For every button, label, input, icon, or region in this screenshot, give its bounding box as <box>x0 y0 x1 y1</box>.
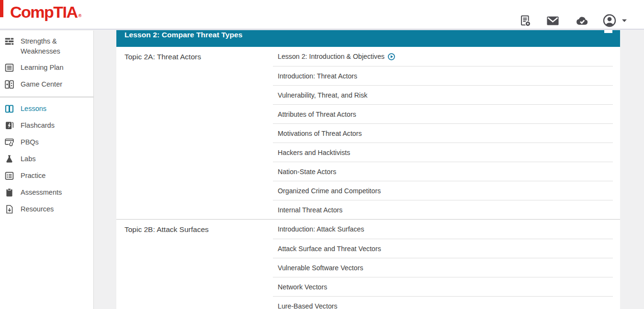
topic-title: Topic 2A: Threat Actors <box>124 53 268 61</box>
game-center-icon <box>4 79 14 89</box>
lesson-item-label: Organized Crime and Competitors <box>278 187 381 195</box>
lesson-item-row[interactable]: Motivations of Threat Actors <box>273 123 613 143</box>
sidebar-item-strengths-weaknesses[interactable]: Strengths & Weaknesses <box>0 33 93 59</box>
flashcards-icon <box>4 121 14 131</box>
sidebar-item-label: PBQs <box>21 137 39 147</box>
pbqs-icon <box>4 137 14 147</box>
practice-icon <box>4 171 14 181</box>
lesson-title: Lesson 2: Compare Threat Types <box>124 30 612 39</box>
top-header: CompTIA® <box>0 0 644 30</box>
lesson-item-row[interactable]: Network Vectors <box>273 277 613 296</box>
topic-left-column: Topic 2A: Threat Actors <box>116 47 273 219</box>
topic-title: Topic 2B: Attack Surfaces <box>124 225 268 234</box>
lesson-item-label: Network Vectors <box>278 283 327 291</box>
sidebar-item-label: Learning Plan <box>21 63 64 73</box>
lesson-item-row[interactable]: Attack Surface and Threat Vectors <box>273 239 613 258</box>
sidebar-item-label: Game Center <box>21 79 62 89</box>
comptia-logo[interactable]: CompTIA® <box>10 3 80 22</box>
sidebar-main-group: Lessons Flashcards PBQs Labs Practice As… <box>0 100 93 218</box>
sidebar-item-label: Flashcards <box>21 121 55 131</box>
lesson-item-label: Vulnerability, Threat, and Risk <box>278 91 367 99</box>
lesson-item-row[interactable]: Nation-State Actors <box>273 162 613 181</box>
sidebar-item-flashcards[interactable]: Flashcards <box>0 117 93 134</box>
topic-section: Topic 2A: Threat Actors Lesson 2: Introd… <box>116 47 620 219</box>
topic-left-column: Topic 2B: Attack Surfaces <box>116 220 273 309</box>
sidebar: Strengths & Weaknesses Learning Plan Gam… <box>0 31 94 309</box>
sidebar-top-group: Strengths & Weaknesses Learning Plan Gam… <box>0 33 93 93</box>
lesson-item-row[interactable]: Organized Crime and Competitors <box>273 181 613 200</box>
topics-container: Topic 2A: Threat Actors Lesson 2: Introd… <box>116 47 620 309</box>
sidebar-item-label: Assessments <box>21 188 62 198</box>
sidebar-item-label: Labs <box>21 154 35 164</box>
lessons-icon <box>4 104 14 114</box>
lesson-item-row[interactable]: Internal Threat Actors <box>273 200 613 219</box>
topic-section: Topic 2B: Attack Surfaces Introduction: … <box>116 219 620 309</box>
sidebar-item-lessons[interactable]: Lessons <box>0 100 93 117</box>
brand-accent-bar <box>0 0 3 17</box>
sidebar-item-practice[interactable]: Practice <box>0 167 93 184</box>
lesson-item-row[interactable]: Vulnerability, Threat, and Risk <box>273 85 613 104</box>
caret-down-icon[interactable] <box>621 17 628 24</box>
sidebar-item-resources[interactable]: Resources <box>0 201 93 218</box>
sidebar-item-pbqs[interactable]: PBQs <box>0 134 93 151</box>
lesson-item-row[interactable]: Introduction: Threat Actors <box>273 66 613 85</box>
lesson-item-label: Attack Surface and Threat Vectors <box>278 245 381 253</box>
minus-icon[interactable] <box>604 30 612 33</box>
lesson-item-label: Hackers and Hacktivists <box>278 149 350 156</box>
lesson-item-row[interactable]: Lesson 2: Introduction & Objectives <box>273 47 613 66</box>
sidebar-item-label: Resources <box>21 204 54 214</box>
sidebar-item-assessments[interactable]: Assessments <box>0 184 93 201</box>
cloud-sync-icon[interactable] <box>574 13 588 28</box>
report-notes-icon[interactable] <box>519 14 532 27</box>
sidebar-item-learning-plan[interactable]: Learning Plan <box>0 59 93 76</box>
sidebar-item-label: Practice <box>21 171 45 181</box>
topic-item-list: Introduction: Attack Surfaces Attack Sur… <box>273 220 613 309</box>
lesson-item-row[interactable]: Hackers and Hacktivists <box>273 143 613 162</box>
lesson-item-label: Nation-State Actors <box>278 168 336 176</box>
sidebar-divider <box>0 97 93 98</box>
lesson-item-label: Motivations of Threat Actors <box>278 130 362 137</box>
sidebar-item-game-center[interactable]: Game Center <box>0 76 93 93</box>
play-icon[interactable] <box>388 53 395 60</box>
lesson-item-label: Introduction: Attack Surfaces <box>278 225 364 233</box>
lesson-item-row[interactable]: Introduction: Attack Surfaces <box>273 220 613 239</box>
lesson-item-label: Lure-Based Vectors <box>278 302 338 309</box>
sidebar-item-label: Strengths & Weaknesses <box>21 36 79 56</box>
lesson-header-bar[interactable]: Lesson 2: Compare Threat Types <box>116 30 620 47</box>
lesson-item-row[interactable]: Lure-Based Vectors <box>273 296 613 309</box>
lesson-item-label: Attributes of Threat Actors <box>278 110 356 118</box>
strengths-icon <box>4 36 14 46</box>
resources-icon <box>4 204 14 214</box>
sidebar-item-label: Lessons <box>21 104 46 114</box>
lesson-item-label: Internal Threat Actors <box>278 206 342 214</box>
assessments-icon <box>4 188 14 198</box>
registered-mark: ® <box>79 13 82 18</box>
topic-item-list: Lesson 2: Introduction & Objectives Intr… <box>273 47 613 219</box>
lesson-item-label: Lesson 2: Introduction & Objectives <box>278 53 384 60</box>
lesson-panel: Lesson 2: Compare Threat Types Topic 2A:… <box>116 30 620 309</box>
labs-icon <box>4 154 14 164</box>
header-icon-group <box>519 12 628 29</box>
account-icon[interactable] <box>602 13 617 28</box>
learning-plan-icon <box>4 63 14 73</box>
comptia-logo-text: CompTIA <box>10 3 78 21</box>
mail-icon[interactable] <box>546 14 560 28</box>
lesson-item-row[interactable]: Vulnerable Software Vectors <box>273 258 613 277</box>
lesson-item-label: Vulnerable Software Vectors <box>278 264 363 272</box>
lesson-item-row[interactable]: Attributes of Threat Actors <box>273 104 613 123</box>
sidebar-item-labs[interactable]: Labs <box>0 151 93 167</box>
lesson-item-label: Introduction: Threat Actors <box>278 72 357 80</box>
